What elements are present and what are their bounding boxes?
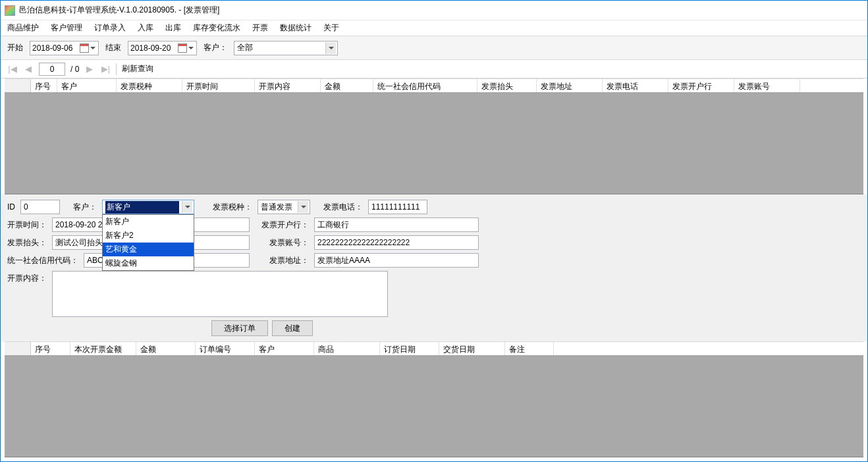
invoice-form: ID 客户： 新客户 新客户 新客户2 艺和黄金 螺旋金钢 发票税种： 普通发票: [1, 194, 867, 341]
end-label: 结束: [105, 42, 121, 53]
col-amount[interactable]: 金额: [321, 79, 373, 92]
col2-deliverydate[interactable]: 交货日期: [439, 342, 505, 355]
menu-products[interactable]: 商品维护: [7, 22, 39, 34]
prev-page-icon[interactable]: ◀: [23, 64, 34, 74]
col-taxtype[interactable]: 发票税种: [117, 79, 182, 92]
window-title: 邑泊信息科技-订单管理系统-V.1.0.20180905. - [发票管理]: [19, 5, 219, 16]
end-date-picker[interactable]: [128, 41, 197, 55]
code-label: 统一社会信用代码：: [7, 255, 78, 266]
id-input[interactable]: [20, 200, 60, 214]
next-page-icon[interactable]: ▶: [84, 64, 95, 74]
start-label: 开始: [7, 42, 23, 53]
refresh-query-button[interactable]: 刷新查询: [122, 63, 153, 74]
last-page-icon[interactable]: ▶|: [100, 64, 111, 74]
menu-customers[interactable]: 客户管理: [51, 22, 82, 34]
invoice-grid-header: 序号 客户 发票税种 开票时间 开票内容 金额 统一社会信用代码 发票抬头 发票…: [5, 78, 863, 93]
total-pages: / 0: [70, 65, 79, 74]
app-window: 邑泊信息科技-订单管理系统-V.1.0.20180905. - [发票管理] 商…: [0, 0, 868, 462]
tax-combo[interactable]: 普通发票: [258, 200, 310, 214]
addr-label: 发票地址：: [269, 255, 309, 266]
acct-input[interactable]: [314, 235, 479, 250]
menu-inbound[interactable]: 入库: [138, 22, 153, 34]
col-invoice-addr[interactable]: 发票地址: [537, 79, 603, 92]
row-header-corner: [5, 342, 31, 355]
col2-thisamount[interactable]: 本次开票金额: [70, 342, 136, 355]
order-grid-header: 序号 本次开票金额 金额 订单编号 客户 商品 订货日期 交货日期 备注: [5, 341, 863, 356]
col2-amount[interactable]: 金额: [136, 342, 196, 355]
form-customer-label: 客户：: [73, 202, 97, 213]
calendar-icon: [178, 43, 187, 53]
start-date-picker[interactable]: [30, 41, 99, 55]
content-textarea[interactable]: [52, 271, 388, 317]
col-invoice-phone[interactable]: 发票电话: [603, 79, 668, 92]
menu-invoice[interactable]: 开票: [252, 22, 268, 34]
titlebar: 邑泊信息科技-订单管理系统-V.1.0.20180905. - [发票管理]: [1, 1, 867, 20]
first-page-icon[interactable]: |◀: [7, 64, 18, 74]
start-date-input[interactable]: [32, 43, 78, 53]
tax-label: 发票税种：: [213, 202, 252, 213]
bank-input[interactable]: [314, 217, 479, 232]
select-order-button[interactable]: 选择订单: [211, 320, 268, 336]
col2-orderdate[interactable]: 订货日期: [380, 342, 439, 355]
chevron-down-icon[interactable]: [90, 43, 96, 53]
head-label: 发票抬头：: [7, 237, 47, 248]
customer-filter-label: 客户：: [203, 42, 227, 53]
addr-input[interactable]: [314, 253, 479, 268]
acct-label: 发票账号：: [269, 237, 309, 248]
col2-seq[interactable]: 序号: [31, 342, 70, 355]
menu-stats[interactable]: 数据统计: [280, 22, 312, 34]
time-label: 开票时间：: [7, 219, 47, 231]
phone-label: 发票电话：: [323, 202, 363, 213]
pager: |◀ ◀ / 0 ▶ ▶| 刷新查询: [1, 60, 867, 78]
dropdown-item[interactable]: 艺和黄金: [103, 243, 194, 256]
dropdown-item[interactable]: 新客户: [103, 215, 194, 229]
form-customer-combo[interactable]: 新客户 新客户 新客户2 艺和黄金 螺旋金钢: [102, 200, 194, 214]
chevron-down-icon[interactable]: [325, 42, 336, 54]
customer-filter-combo[interactable]: 全部: [234, 41, 338, 55]
end-date-input[interactable]: [130, 43, 176, 53]
form-customer-dropdown[interactable]: 新客户 新客户2 艺和黄金 螺旋金钢: [102, 214, 194, 271]
col2-product[interactable]: 商品: [314, 342, 380, 355]
col-invoice-head[interactable]: 发票抬头: [477, 79, 537, 92]
col-content[interactable]: 开票内容: [255, 79, 321, 92]
invoice-grid-body[interactable]: [5, 93, 863, 194]
col-customer[interactable]: 客户: [57, 79, 117, 92]
calendar-icon: [80, 43, 89, 53]
phone-input[interactable]: [368, 200, 427, 214]
menu-stockchange[interactable]: 库存变化流水: [193, 22, 240, 34]
content-label: 开票内容：: [7, 271, 47, 284]
col2-remark[interactable]: 备注: [505, 342, 554, 355]
row-header-corner: [5, 79, 31, 92]
tax-value: 普通发票: [261, 202, 295, 213]
col-seq[interactable]: 序号: [31, 79, 57, 92]
order-grid-body[interactable]: [5, 356, 863, 457]
col-time[interactable]: 开票时间: [182, 79, 255, 92]
current-page-input[interactable]: [39, 63, 65, 76]
chevron-down-icon[interactable]: [298, 201, 308, 213]
customer-filter-value: 全部: [237, 42, 323, 53]
col2-customer[interactable]: 客户: [255, 342, 314, 355]
dropdown-item[interactable]: 新客户2: [103, 229, 194, 243]
form-customer-selected: 新客户: [105, 201, 179, 214]
col-invoice-account[interactable]: 发票账号: [734, 79, 800, 92]
chevron-down-icon[interactable]: [182, 201, 192, 213]
filter-toolbar: 开始 结束 客户： 全部: [1, 36, 867, 60]
dropdown-item[interactable]: 螺旋金钢: [103, 256, 194, 270]
col-invoice-bank[interactable]: 发票开户行: [668, 79, 734, 92]
menu-orderentry[interactable]: 订单录入: [94, 22, 126, 34]
chevron-down-icon[interactable]: [188, 43, 194, 53]
id-label: ID: [7, 202, 15, 212]
app-icon: [5, 5, 15, 16]
col2-orderno[interactable]: 订单编号: [196, 342, 255, 355]
menu-about[interactable]: 关于: [323, 22, 339, 34]
menubar: 商品维护 客户管理 订单录入 入库 出库 库存变化流水 开票 数据统计 关于: [1, 20, 867, 36]
separator: [116, 63, 117, 75]
create-button[interactable]: 创建: [272, 320, 313, 336]
menu-outbound[interactable]: 出库: [165, 22, 181, 34]
bank-label: 发票开户行：: [261, 219, 309, 231]
col-credit-code[interactable]: 统一社会信用代码: [373, 79, 477, 92]
